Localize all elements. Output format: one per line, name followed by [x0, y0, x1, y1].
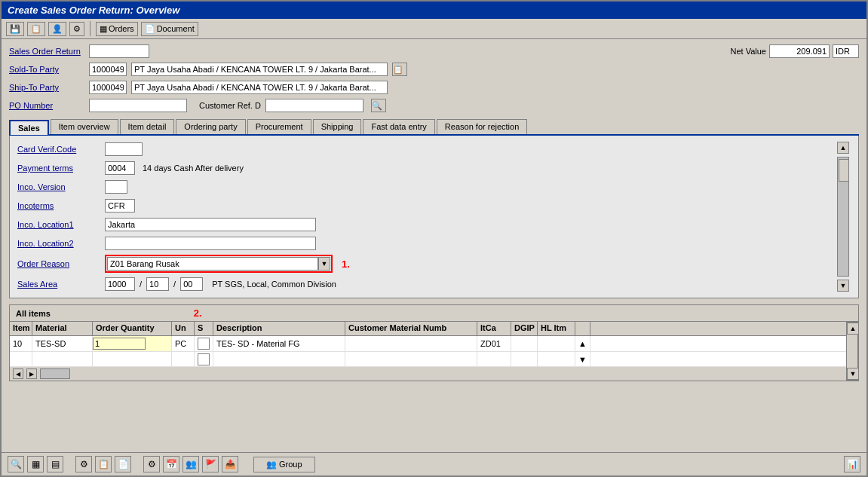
table-scroll-area: Item Material Order Quantity Un — [10, 322, 858, 381]
payment-terms-code-input[interactable] — [105, 161, 135, 175]
find-btn[interactable]: 🔍 — [8, 456, 24, 472]
config-btn[interactable]: ⚙ — [75, 456, 92, 472]
document-icon: 📄 — [145, 24, 155, 34]
orders-button[interactable]: ▦ Orders — [96, 22, 138, 36]
people-btn[interactable]: 👥 — [182, 456, 199, 472]
sales-area-desc: PT SGS, Local, Common Division — [212, 280, 336, 289]
scroll-down-arrow[interactable]: ▼ — [837, 280, 849, 292]
table-container: Item Material Order Quantity Un — [10, 322, 858, 381]
tab-procurement[interactable]: Procurement — [247, 119, 311, 134]
card-verif-input[interactable] — [105, 142, 143, 156]
tab-shipping[interactable]: Shipping — [313, 119, 362, 134]
group-icon: 👥 — [266, 460, 277, 469]
items-section: All items 2. Item Material — [9, 304, 859, 381]
hscroll-left-btn[interactable]: ◀ — [13, 368, 23, 379]
inco-location2-input[interactable] — [105, 237, 316, 250]
po-search-btn[interactable]: 🔍 — [371, 99, 386, 112]
group-button[interactable]: 👥 Group — [253, 457, 315, 472]
row-checkbox[interactable] — [198, 338, 210, 350]
col-header-itca: ItCa — [477, 322, 511, 335]
tab-item-detail[interactable]: Item detail — [120, 119, 175, 134]
cell-unit: PC — [172, 336, 195, 351]
inco-location1-row: Inco. Location1 — [17, 217, 828, 232]
scrollbar-thumb — [839, 159, 849, 182]
net-value-area: Net Value — [731, 44, 860, 58]
inco-location1-input[interactable] — [105, 218, 316, 231]
tab-item-overview[interactable]: Item overview — [51, 119, 118, 134]
cell-qty[interactable] — [93, 336, 172, 351]
order-reason-label[interactable]: Order Reason — [17, 259, 100, 268]
tab-sales[interactable]: Sales — [9, 120, 49, 135]
po-number-label[interactable]: PO Number — [9, 101, 84, 110]
bottom-toolbar: 🔍 ▦ ▤ ⚙ 📋 📄 ⚙ 📅 👥 🚩 📤 👥 Group 📊 — [2, 452, 866, 475]
scroll-up-arrow[interactable]: ▲ — [837, 142, 849, 154]
inco-version-row: Inco. Version — [17, 179, 828, 194]
person-icon: 👤 — [52, 24, 63, 34]
order-reason-input[interactable] — [107, 257, 318, 271]
sold-to-party-desc[interactable] — [131, 63, 388, 76]
sales-area-code2-input[interactable] — [146, 277, 169, 291]
save-button[interactable]: 💾 — [6, 22, 24, 36]
calendar-btn[interactable]: 📅 — [163, 456, 179, 472]
table-scroll-up[interactable]: ▲ — [847, 323, 858, 335]
po-number-input[interactable] — [89, 99, 187, 112]
row-checkbox-2[interactable] — [198, 353, 210, 365]
config-button[interactable]: ⚙ — [69, 22, 84, 36]
table4-btn[interactable]: 📄 — [115, 456, 131, 472]
cell-s — [195, 336, 213, 351]
tab-ordering-party[interactable]: Ordering party — [176, 119, 245, 134]
settings-btn[interactable]: ⚙ — [143, 456, 160, 472]
flag-btn[interactable]: 🚩 — [202, 456, 219, 472]
order-reason-row: Order Reason ▼ 1. — [17, 255, 828, 273]
cell-item: 10 — [10, 336, 32, 351]
sold-to-party-input[interactable] — [89, 63, 127, 76]
ship-to-party-label[interactable]: Ship-To Party — [9, 83, 84, 92]
sales-area-code1-input[interactable] — [105, 277, 135, 291]
table-btn[interactable]: ▦ — [27, 456, 44, 472]
ship-to-party-row: Ship-To Party — [9, 80, 859, 95]
person-button[interactable]: 👤 — [48, 22, 66, 36]
sold-to-party-detail-btn[interactable]: 📋 — [392, 63, 407, 76]
ship-to-party-input[interactable] — [89, 81, 127, 94]
payment-terms-label[interactable]: Payment terms — [17, 164, 100, 173]
inco-location2-label: Inco. Location2 — [17, 239, 100, 248]
col-header-s: S — [195, 322, 213, 335]
order-reason-dropdown-btn[interactable]: ▼ — [318, 257, 330, 271]
hscroll-right-btn[interactable]: ▶ — [26, 368, 37, 379]
cell-desc: TES- SD - Material FG — [213, 336, 345, 351]
ship-to-party-desc[interactable] — [131, 81, 388, 94]
sold-to-party-label[interactable]: Sold-To Party — [9, 65, 84, 74]
sales-order-return-label[interactable]: Sales Order Return — [9, 47, 84, 56]
table2-btn[interactable]: ▤ — [47, 456, 63, 472]
sales-area-code3-input[interactable] — [180, 277, 203, 291]
inco-version-input[interactable] — [105, 180, 127, 194]
bottom-right-icon[interactable]: 📊 — [844, 456, 860, 472]
table-hscroll: ◀ ▶ — [10, 367, 846, 381]
table-vscroll: ▲ ▼ — [846, 322, 858, 381]
currency-input[interactable] — [833, 44, 859, 58]
group-label: Group — [279, 460, 302, 469]
incoterms-input[interactable] — [105, 199, 135, 213]
cell-material-empty — [32, 352, 93, 366]
tab-fast-data-entry[interactable]: Fast data entry — [363, 119, 434, 134]
col-header-cusmat: Customer Material Numb — [345, 322, 477, 335]
table-row: 10 TES-SD PC — [10, 336, 846, 352]
payment-terms-desc: 14 days Cash After delivery — [143, 164, 244, 173]
content-area: Sales Order Return Net Value Sold-To Par… — [2, 39, 866, 452]
table-scroll-down[interactable]: ▼ — [847, 368, 858, 380]
cell-s-empty — [195, 352, 213, 366]
orders-label: Orders — [109, 24, 134, 33]
sales-order-return-input[interactable] — [89, 44, 149, 58]
hscroll-track[interactable] — [40, 368, 70, 379]
scrollbar-track[interactable] — [837, 157, 849, 277]
net-value-input[interactable] — [769, 44, 830, 58]
export-btn[interactable]: 📤 — [222, 456, 238, 472]
tab-reason-for-rejection[interactable]: Reason for rejection — [437, 119, 527, 134]
document-button[interactable]: 📄 Document — [141, 22, 198, 36]
table3-btn[interactable]: 📋 — [95, 456, 112, 472]
cell-cusmat-empty — [345, 352, 477, 366]
copy-button[interactable]: 📋 — [27, 22, 45, 36]
customer-ref-input[interactable] — [265, 99, 363, 112]
order-qty-input[interactable] — [93, 338, 146, 350]
orders-icon: ▦ — [100, 24, 107, 34]
